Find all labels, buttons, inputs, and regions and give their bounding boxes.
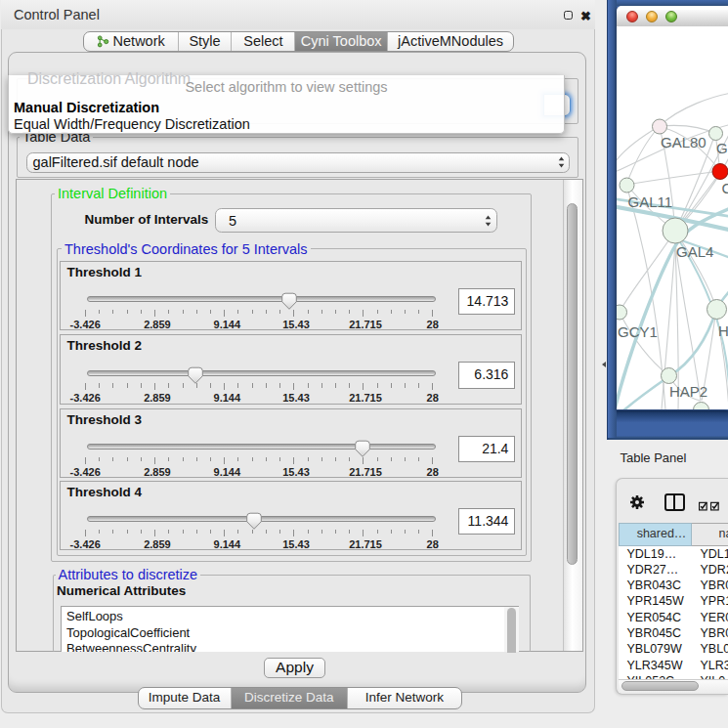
svg-text:GAL4: GAL4 <box>676 243 713 260</box>
svg-text:HAP2: HAP2 <box>669 383 707 400</box>
svg-text:H: H <box>718 322 728 339</box>
svg-text:GAL80: GAL80 <box>661 134 707 150</box>
svg-text:GAL11: GAL11 <box>628 193 673 210</box>
svg-text:G.: G. <box>716 140 728 156</box>
svg-text:GCY1: GCY1 <box>618 323 658 340</box>
svg-text:C: C <box>722 180 728 196</box>
